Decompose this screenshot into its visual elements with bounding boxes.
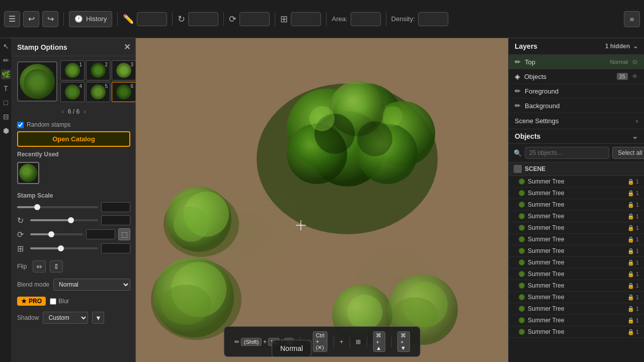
separator — [326, 12, 327, 26]
layers-expand-icon[interactable]: ⌄ — [633, 43, 638, 50]
object-name: Summer Tree — [528, 201, 624, 208]
layer-top-mode: Normal — [610, 59, 628, 65]
stamp-mini-2[interactable]: 2 — [86, 60, 110, 80]
blend-mode-label: Blend mode — [17, 281, 49, 288]
svg-point-13 — [382, 106, 403, 126]
spacing-slider[interactable] — [30, 233, 83, 235]
expand-button[interactable]: » — [624, 11, 640, 27]
object-lock-icon: 🔒 1 — [627, 306, 639, 312]
objects-list-item[interactable]: Summer Tree 🔒 1 — [509, 245, 644, 257]
cursor-tool[interactable]: ↖ — [1, 41, 11, 51]
fill-tool[interactable]: ⬢ — [1, 126, 11, 136]
stamp-mini-1[interactable]: 1 — [60, 60, 85, 80]
size-input[interactable]: 100 — [137, 12, 167, 26]
plus-item[interactable]: + — [337, 337, 346, 347]
eye-icon[interactable]: 👁 — [632, 73, 638, 80]
recently-used-item-1[interactable] — [17, 162, 39, 184]
stamp-options-panel: Stamp Options ✕ 1 2 — [12, 38, 136, 362]
flip-horizontal-button[interactable]: ⇔ — [33, 260, 46, 273]
layer-item-foreground[interactable]: ✏ Foreground — [509, 84, 644, 99]
objects-list-item[interactable]: Summer Tree 🔒 1 — [509, 268, 644, 280]
blend-mode-select[interactable]: Normal Multiply Screen Overlay — [53, 279, 130, 291]
redo-button[interactable]: ↪ — [42, 11, 58, 27]
layers-item[interactable]: ⊞ — [353, 337, 364, 347]
object-dot-icon — [519, 283, 525, 289]
stamp-mini-4[interactable]: 4 — [60, 82, 85, 102]
brush-tool[interactable]: ✏ — [1, 55, 11, 65]
icon-sidebar: ↖ ✏ 🌿 T □ ⊟ ⬢ — [0, 38, 12, 362]
scene-settings-row[interactable]: Scene Settings › — [509, 113, 644, 129]
pencil-icon-fg: ✏ — [515, 87, 521, 95]
objects-list-item[interactable]: Summer Tree 🔒 1 — [509, 303, 644, 315]
scatter-input[interactable]: 1 — [291, 12, 321, 26]
area-input[interactable]: 0 — [351, 12, 381, 26]
objects-list-item[interactable]: Summer Tree 🔒 1 — [509, 257, 644, 268]
objects-list-item[interactable]: Summer Tree 🔒 1 — [509, 188, 644, 199]
stamp-mini-6[interactable]: 6 — [112, 82, 136, 102]
cube-button[interactable]: ⬚ — [118, 228, 130, 240]
size-group: 100 — [137, 12, 167, 26]
rotation-slider[interactable] — [30, 219, 98, 221]
stamp-next-button[interactable]: › — [84, 108, 86, 115]
flip-vertical-button[interactable]: ⇕ — [50, 260, 63, 273]
layers-hidden-label: 1 hidden — [605, 43, 630, 50]
objects-list-item[interactable]: Summer Tree 🔒 1 — [509, 326, 644, 338]
search-icon: 🔍 — [514, 149, 522, 157]
shortcut1-item[interactable]: ⌘ + ▲ — [370, 330, 388, 353]
scatter-slider-input[interactable]: 1 — [101, 243, 130, 253]
undo-button[interactable]: ↩ — [23, 11, 39, 27]
scatter-group: 1 — [291, 12, 321, 26]
stamp-main-thumbnail[interactable] — [17, 61, 57, 102]
density-input[interactable]: 100 — [418, 12, 448, 26]
rotation-slider-input[interactable]: 1 — [101, 215, 130, 225]
objects-list-item[interactable]: Summer Tree 🔒 1 — [509, 222, 644, 234]
object-lock-icon: 🔒 1 — [627, 190, 639, 197]
shortcut2-item[interactable]: ⌘ + ▼ — [394, 330, 413, 353]
layer-item-background[interactable]: ✏ Background — [509, 99, 644, 113]
select-all-button[interactable]: Select all — [612, 147, 644, 159]
blur-checkbox[interactable] — [50, 298, 56, 305]
close-panel-button[interactable]: ✕ — [124, 42, 130, 52]
rotation-input[interactable]: 1 — [188, 12, 218, 26]
objects-list-item[interactable]: Summer Tree 🔒 1 — [509, 211, 644, 222]
shape-tool[interactable]: □ — [1, 98, 11, 108]
stamp-pagination: 6 / 6 — [68, 108, 79, 115]
stamp-mini-grid: 1 2 3 4 5 — [60, 60, 136, 102]
shadow-select[interactable]: Custom None Drop Shadow — [43, 312, 88, 324]
canvas-area[interactable]: ✏ (Shift) + W / S ⟳ Ctrl + (✕) + ⊞ ⌘ — [136, 38, 508, 362]
stamp-mini-5[interactable]: 5 — [86, 82, 110, 102]
objects-list-item[interactable]: Summer Tree 🔒 1 — [509, 199, 644, 211]
menu-button[interactable]: ☰ — [4, 11, 20, 27]
objects-collapse-icon[interactable]: ⌄ — [632, 132, 638, 140]
objects-list-item[interactable]: Summer Tree 🔒 1 — [509, 176, 644, 188]
spacing-input[interactable]: 249 — [239, 12, 270, 26]
layer-item-top[interactable]: ✏ Top Normal ⚙ — [509, 55, 644, 69]
objects-list-item[interactable]: Summer Tree 🔒 1 — [509, 292, 644, 303]
scatter-slider[interactable] — [30, 247, 98, 249]
layer-item-objects[interactable]: ◈ Objects 25 👁 — [509, 69, 644, 84]
objects-list-item[interactable]: Summer Tree 🔒 1 — [509, 315, 644, 326]
stamp-tool-active[interactable]: 🌿 — [1, 69, 11, 79]
history-button[interactable]: 🕐 History — [69, 11, 112, 27]
gear-icon[interactable]: ⚙ — [632, 58, 638, 66]
stamp-prev-button[interactable]: ‹ — [62, 108, 64, 115]
objects-search-input[interactable] — [525, 147, 609, 159]
random-stamps-checkbox[interactable] — [17, 122, 24, 128]
flip-row: Flip ⇔ ⇕ — [12, 258, 135, 277]
scale-input[interactable]: 100 — [101, 202, 130, 212]
object-name: Summer Tree — [528, 328, 624, 335]
scale-slider[interactable] — [17, 206, 98, 208]
text-tool[interactable]: T — [1, 83, 11, 94]
scene-group-label: SCENE — [525, 165, 545, 172]
shadow-preview[interactable]: ▼ — [92, 312, 104, 324]
object-dot-icon — [519, 190, 525, 196]
spacing-slider-input[interactable]: 249 — [86, 229, 115, 239]
open-catalog-button[interactable]: Open Catalog — [17, 131, 130, 147]
objects-list: SCENE Summer Tree 🔒 1 Summer Tree 🔒 1 Su… — [509, 162, 644, 362]
random-stamps-row: Random stamps — [12, 119, 135, 131]
stamp-mini-3[interactable]: 3 — [112, 60, 136, 80]
objects-list-item[interactable]: Summer Tree 🔒 1 — [509, 280, 644, 292]
eraser-tool[interactable]: ⊟ — [1, 112, 11, 122]
spacing-icon: ⟳ — [229, 14, 236, 25]
objects-list-item[interactable]: Summer Tree 🔒 1 — [509, 234, 644, 245]
